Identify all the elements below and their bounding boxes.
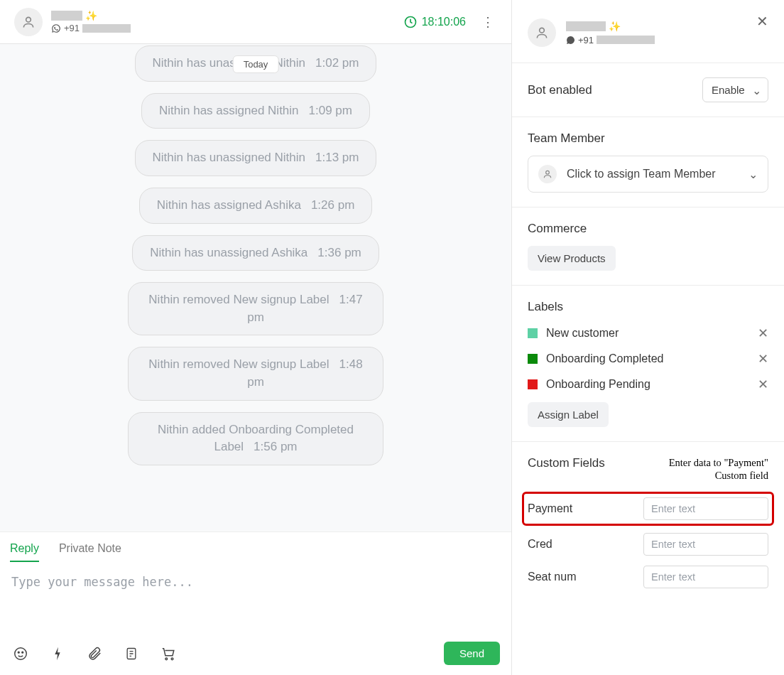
panel-avatar	[528, 18, 556, 47]
panel-phone-row: +91	[566, 35, 655, 45]
close-panel-button[interactable]: ✕	[756, 13, 768, 30]
label-row: Onboarding Completed✕	[528, 351, 768, 367]
panel-name-redacted	[566, 21, 606, 31]
system-message-list: Nithin has unassigned Nithin1:02 pmNithi…	[0, 51, 511, 465]
system-message: Nithin has unassigned Ashika1:36 pm	[132, 235, 379, 271]
system-message: Nithin removed New signup Label1:47 pm	[128, 282, 383, 335]
system-time: 1:02 pm	[315, 56, 359, 70]
bot-label: Bot enabled	[528, 83, 592, 97]
details-panel: ✕ ✨ +91 Bot enabled Enable ⌄ Team Memb	[511, 0, 784, 675]
label-swatch	[528, 354, 538, 364]
cf-input-payment[interactable]	[643, 497, 768, 520]
svg-point-0	[26, 17, 31, 22]
composer-tabs: Reply Private Note	[10, 532, 501, 562]
whatsapp-icon	[566, 36, 575, 45]
svg-point-2	[15, 647, 27, 659]
tab-private-note[interactable]: Private Note	[59, 542, 121, 562]
system-message: Nithin removed New signup Label1:48 pm	[128, 347, 383, 400]
send-button[interactable]: Send	[444, 642, 500, 665]
system-message: Nithin added Onboarding Completed Label1…	[128, 412, 383, 465]
cf-input-seat num[interactable]	[643, 566, 768, 588]
label-swatch	[528, 379, 538, 389]
custom-field-row: Payment	[525, 495, 771, 523]
clock-icon	[403, 15, 418, 29]
svg-point-6	[165, 657, 168, 659]
whatsapp-icon	[51, 23, 61, 33]
system-message: Nithin has assigned Ashika1:26 pm	[139, 188, 373, 224]
template-icon[interactable]	[122, 644, 141, 663]
chevron-down-icon: ⌄	[748, 168, 758, 181]
remove-label-button[interactable]: ✕	[758, 377, 768, 392]
assign-label-button[interactable]: Assign Label	[528, 402, 609, 427]
quick-reply-icon[interactable]	[48, 644, 67, 663]
system-message: Nithin has assigned Nithin1:09 pm	[141, 93, 370, 129]
team-title: Team Member	[528, 131, 768, 146]
composer-icon-row	[11, 644, 178, 663]
contact-name-row: ✨	[51, 10, 403, 21]
remove-label-button[interactable]: ✕	[758, 351, 768, 367]
bot-enable-select[interactable]: Enable	[702, 77, 768, 102]
chat-header: ✨ +91 18:10:06 ⋮	[0, 0, 511, 44]
labels-section: Labels New customer✕Onboarding Completed…	[512, 286, 784, 442]
custom-field-row: Cred	[528, 533, 768, 556]
system-time: 1:09 pm	[309, 104, 352, 117]
commerce-title: Commerce	[528, 222, 768, 236]
composer: Reply Private Note Send	[0, 531, 511, 675]
sparkle-icon: ✨	[85, 10, 97, 21]
label-name: New customer	[546, 327, 749, 340]
cf-head: Custom Fields Enter data to "Payment" Cu…	[528, 456, 768, 482]
chat-pane: ✨ +91 18:10:06 ⋮ Today Nithin has unassi…	[0, 0, 511, 675]
sparkle-icon: ✨	[609, 21, 621, 32]
label-row: Onboarding Pending✕	[528, 377, 768, 392]
message-input[interactable]	[10, 562, 501, 636]
cf-label: Seat num	[528, 571, 636, 583]
date-separator: Today	[233, 55, 279, 73]
more-menu-button[interactable]: ⋮	[479, 11, 497, 33]
contact-phone-row: +91	[51, 23, 403, 33]
contact-phone-redacted	[82, 24, 131, 33]
emoji-icon[interactable]	[11, 644, 30, 663]
contact-info: ✨ +91	[51, 10, 403, 33]
contact-avatar	[14, 8, 43, 36]
label-name: Onboarding Pending	[546, 378, 749, 391]
svg-point-7	[171, 657, 173, 659]
svg-point-9	[546, 171, 550, 174]
label-row: New customer✕	[528, 325, 768, 341]
custom-fields-section: Custom Fields Enter data to "Payment" Cu…	[512, 442, 784, 612]
panel-phone-prefix: +91	[578, 35, 594, 45]
person-icon	[538, 165, 557, 183]
chat-body: Today Nithin has unassigned Nithin1:02 p…	[0, 44, 511, 531]
system-time: 1:36 pm	[317, 246, 361, 259]
commerce-section: Commerce View Products	[512, 207, 784, 286]
contact-name-redacted	[51, 11, 82, 21]
cart-icon[interactable]	[159, 644, 178, 663]
label-swatch	[528, 328, 538, 338]
system-time: 1:26 pm	[311, 198, 354, 212]
cf-list: PaymentCredSeat num	[528, 495, 768, 588]
composer-toolbar: Send	[10, 639, 501, 675]
remove-label-button[interactable]: ✕	[758, 325, 768, 341]
cf-input-cred[interactable]	[643, 533, 768, 556]
custom-field-row: Seat num	[528, 566, 768, 588]
labels-title: Labels	[528, 300, 768, 314]
contact-phone-prefix: +91	[64, 23, 80, 33]
tab-reply[interactable]: Reply	[10, 542, 39, 562]
view-products-button[interactable]: View Products	[528, 246, 616, 271]
system-text: Nithin has assigned Ashika	[157, 198, 301, 212]
cf-title: Custom Fields	[528, 456, 605, 470]
system-text: Nithin has unassigned Ashika	[150, 246, 307, 259]
assign-team-dropdown[interactable]: Click to assign Team Member ⌄	[528, 156, 768, 193]
system-text: Nithin removed New signup Label	[148, 357, 329, 371]
panel-phone-redacted	[597, 36, 655, 44]
system-text: Nithin removed New signup Label	[148, 293, 329, 306]
system-text: Nithin has assigned Nithin	[159, 104, 299, 117]
svg-point-8	[540, 28, 545, 33]
attachment-icon[interactable]	[85, 644, 104, 663]
panel-profile: ✨ +91	[512, 0, 784, 63]
system-time: 1:56 pm	[254, 440, 297, 453]
system-text: Nithin has unassigned Nithin	[153, 151, 305, 164]
cf-annotation: Enter data to "Payment" Custom field	[655, 456, 768, 482]
bot-select-wrap: Enable ⌄	[702, 77, 768, 102]
resolve-timer: 18:10:06	[403, 15, 466, 29]
svg-point-4	[22, 652, 23, 653]
